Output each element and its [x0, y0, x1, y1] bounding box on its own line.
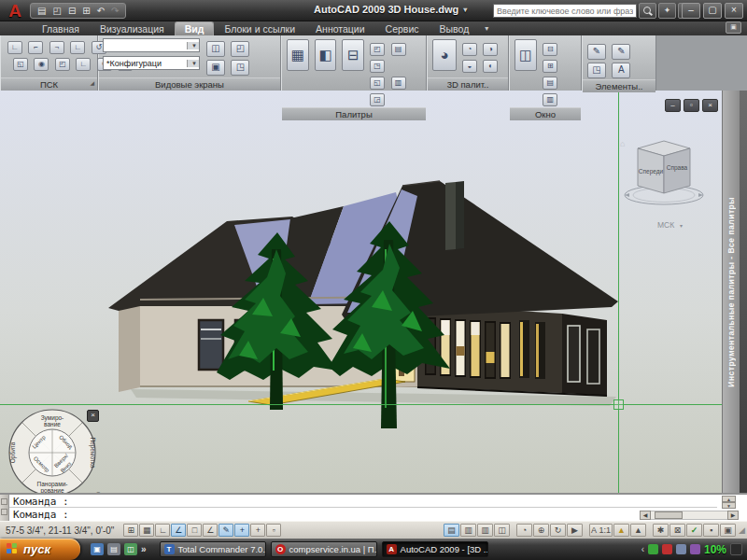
viewport-tool-icon[interactable]: ◳ [231, 60, 249, 76]
box-tool-icon[interactable]: ◳ [587, 63, 606, 78]
3d-tool-icon[interactable]: ◑ [483, 43, 498, 56]
doc-close-button[interactable]: × [702, 99, 718, 112]
save-icon[interactable]: ⊟ [68, 4, 76, 18]
ucs-tool-icon[interactable]: ¬ [49, 41, 64, 54]
3d-sphere-icon[interactable]: ◕ [432, 39, 457, 71]
3d-tool-icon[interactable]: ◔ [462, 43, 477, 56]
ucs-tool-icon[interactable]: ◰ [55, 58, 70, 71]
quicklaunch-more-icon[interactable]: » [141, 544, 147, 554]
polar-toggle[interactable]: ∠ [171, 524, 186, 537]
viewport-config-combo[interactable]: *Конфигураци ▾ [103, 56, 200, 70]
command-window-grip[interactable] [0, 495, 9, 521]
volume-icon[interactable] [676, 544, 686, 554]
switch-windows-icon[interactable]: ◫ [514, 39, 537, 71]
undo-icon[interactable]: ↶ [97, 4, 105, 18]
ribbon-minimize-icon[interactable]: ▾ [479, 24, 494, 35]
properties-palette-icon[interactable]: ◧ [315, 39, 337, 71]
clean-screen-icon[interactable]: ▣ [720, 524, 736, 537]
viewport-horizontal-scrollbar[interactable]: ◀ ▶ [640, 511, 739, 520]
viewport-tool-icon[interactable]: ◰ [231, 41, 249, 57]
wheel-orbit-segment[interactable]: Орбита [9, 441, 17, 463]
ducs-toggle[interactable]: ✎ [218, 524, 233, 537]
trusted-dwg-icon[interactable]: ✓ [686, 524, 702, 537]
3d-tool-icon[interactable]: ◐ [483, 60, 498, 73]
3d-tool-icon[interactable]: ◒ [462, 60, 477, 73]
viewcube-front-face[interactable]: Спереди [639, 168, 664, 175]
tab-vizualizaciya[interactable]: Визуализация [90, 21, 175, 35]
ortho-toggle[interactable]: ∟ [155, 524, 170, 537]
ucs-tool-icon[interactable]: ∟ [70, 41, 85, 54]
workspace-gear-icon[interactable]: ✱ [653, 524, 669, 537]
tab-servis[interactable]: Сервис [375, 21, 430, 35]
layout1-tab-icon[interactable]: ▥ [460, 524, 476, 537]
scrollbar-thumb[interactable] [655, 511, 683, 519]
tray-flag-icon[interactable] [690, 544, 700, 554]
viewcube-right-face[interactable]: Справа [667, 164, 688, 172]
scroll-up-icon[interactable]: ▲ [722, 496, 736, 502]
show-desktop-icon[interactable]: ▣ [91, 543, 104, 555]
start-button[interactable]: пуск [0, 539, 80, 560]
doc-restore-button[interactable]: ▫ [684, 99, 699, 112]
ucs-tool-icon[interactable]: ⌐ [28, 41, 43, 54]
tray-chevron-icon[interactable]: ‹ [641, 544, 644, 554]
tool-palettes-icon[interactable]: ▦ [287, 39, 309, 71]
tab-vyvod[interactable]: Вывод [430, 21, 480, 35]
print-icon[interactable]: ⊞ [82, 4, 90, 18]
ucs-tool-icon[interactable]: ◉ [34, 58, 49, 71]
tab-annotacii[interactable]: Аннотации [305, 21, 375, 35]
tray-green-icon[interactable] [648, 544, 658, 554]
viewcube[interactable]: ⌂ Спереди Справа МСК ▾ [613, 133, 715, 238]
drawing-viewport[interactable]: – ▫ × ⌂ Спереди Справа МСК ▾ [0, 91, 747, 493]
task-autocad[interactable]: A AutoCAD 2009 - [3D ... [382, 541, 488, 557]
task-total-commander[interactable]: T Total Commander 7.0... [160, 541, 266, 557]
maximize-button[interactable]: ▢ [703, 3, 722, 19]
communication-center-icon[interactable]: ✦ [658, 3, 676, 19]
palette-tool-icon[interactable]: ▤ [391, 43, 406, 56]
media-icon[interactable]: ◫ [124, 543, 137, 555]
pencil-icon[interactable]: ✎ [587, 44, 606, 60]
window-tile-icon[interactable]: ▥ [543, 93, 557, 106]
viewport-tool-icon[interactable]: ▣ [206, 60, 225, 76]
scroll-down-icon[interactable]: ▼ [722, 502, 736, 509]
viewport-tool-icon[interactable]: ◫ [206, 41, 225, 57]
wcs-menu[interactable]: МСК [657, 220, 674, 230]
lock-icon[interactable]: ⊠ [669, 524, 685, 537]
palette-tool-icon[interactable]: ▥ [391, 77, 406, 90]
layout2-tab-icon[interactable]: ▥ [477, 524, 493, 537]
qp-toggle[interactable]: ▫ [266, 524, 281, 537]
tool-palettes-bar[interactable]: Инструментальные палитры - Все палитры [722, 91, 740, 493]
orbit-tool-icon[interactable]: ↻ [550, 524, 566, 537]
minimize-button[interactable]: – [682, 3, 700, 19]
scrollbar-track[interactable] [651, 511, 727, 520]
palette-tool-icon[interactable]: ◳ [370, 60, 385, 73]
tray-corner-icon[interactable] [730, 543, 742, 555]
search-input[interactable] [493, 4, 637, 18]
task-browser[interactable]: O compservice.in.ua | П... [271, 541, 377, 557]
tray-red-icon[interactable] [662, 544, 672, 554]
pencil-icon[interactable]: ✎ [612, 44, 630, 60]
ucs-tool-icon[interactable]: ◱ [13, 58, 28, 71]
zoom-tool-icon[interactable]: ⊕ [533, 524, 549, 537]
autocad-logo-icon[interactable]: A [3, 0, 27, 22]
ucs-tool-icon[interactable]: ∟ [76, 58, 91, 71]
dyn-toggle[interactable]: + [234, 524, 249, 537]
status-menu-icon[interactable]: ▪ [703, 524, 719, 537]
annotation-scale-button[interactable]: А 1:1 [589, 524, 613, 537]
grid-toggle[interactable]: ▦ [139, 524, 154, 537]
redo-icon[interactable]: ↷ [111, 4, 119, 18]
tab-glavnaya[interactable]: Главная [32, 21, 90, 35]
command-prompt-line[interactable]: Команда : [13, 509, 69, 521]
otrack-toggle[interactable]: ∠ [203, 524, 218, 537]
new-icon[interactable]: ▤ [37, 4, 46, 18]
home-icon[interactable]: ⌂ [620, 139, 625, 148]
palette-tool-icon[interactable]: ◲ [370, 93, 385, 106]
annotation-auto-icon[interactable]: ▲ [630, 524, 646, 537]
close-button[interactable]: × [725, 3, 743, 19]
tab-bloki-i-ssylki[interactable]: Блоки и ссылки [214, 21, 305, 35]
command-window[interactable]: Команда : Команда : ▲ ▼ ◀ ▶ [0, 493, 747, 521]
scroll-left-icon[interactable]: ◀ [640, 511, 651, 520]
showmotion-icon[interactable]: ▶ [567, 524, 583, 537]
command-vertical-scrollbar[interactable]: ▲ ▼ [722, 496, 736, 509]
text-style-icon[interactable]: A [612, 63, 630, 78]
title-dropdown-icon[interactable]: ▾ [463, 6, 467, 14]
